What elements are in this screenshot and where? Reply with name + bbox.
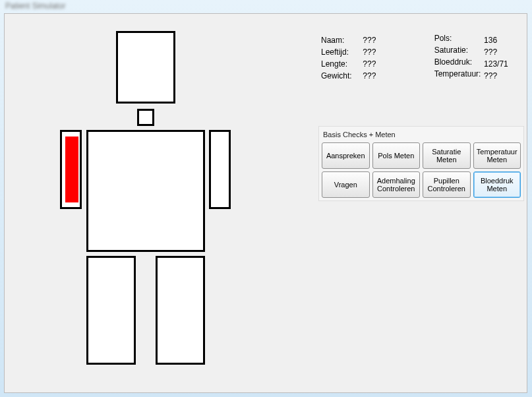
aanspreken-button[interactable]: Aanspreken [322, 142, 370, 169]
label-gewicht: Gewicht: [321, 71, 361, 80]
label-temperatuur: Temperatuur: [434, 69, 482, 78]
checks-group: Basis Checks + Meten Aanspreken Pols Met… [318, 126, 524, 201]
ademhaling-controleren-button[interactable]: Ademhaling Controleren [372, 171, 421, 198]
checks-row-2: Vragen Ademhaling Controleren Pupillen C… [322, 171, 521, 198]
vragen-button[interactable]: Vragen [322, 171, 370, 198]
value-pols: 136 [484, 36, 517, 45]
temperatuur-meten-button[interactable]: Temperatuur Meten [473, 142, 521, 169]
body-part-neck[interactable] [137, 109, 154, 126]
value-saturatie: ??? [484, 47, 517, 57]
body-figure [60, 31, 258, 381]
body-part-arm-left[interactable] [60, 130, 82, 209]
pupillen-controleren-button[interactable]: Pupillen Controleren [423, 171, 471, 198]
label-naam: Naam: [321, 36, 361, 45]
value-leeftijd: ??? [363, 47, 432, 57]
bloeddruk-meten-button[interactable]: Bloeddruk Meten [473, 171, 521, 198]
label-bloeddruk: Bloeddruk: [434, 57, 482, 67]
patient-info: Naam: ??? Pols: 136 Leeftijd: ??? Satura… [321, 34, 519, 81]
body-part-arm-right[interactable] [209, 130, 231, 209]
main-panel: Naam: ??? Pols: 136 Leeftijd: ??? Satura… [4, 13, 527, 393]
body-part-torso[interactable] [86, 130, 205, 252]
window-title: Patient Simulator [5, 1, 65, 11]
label-leeftijd: Leeftijd: [321, 47, 361, 57]
checks-group-title: Basis Checks + Meten [323, 131, 521, 138]
body-part-arm-left-highlight [65, 137, 78, 202]
value-lengte: ??? [363, 59, 432, 69]
pols-meten-button[interactable]: Pols Meten [372, 142, 421, 169]
body-part-leg-right[interactable] [156, 256, 205, 365]
body-part-leg-left[interactable] [86, 256, 136, 365]
value-gewicht: ??? [363, 71, 432, 80]
label-lengte: Lengte: [321, 59, 361, 69]
value-naam: ??? [363, 36, 432, 45]
window-frame: Patient Simulator Naam: ??? Pols: 136 Le… [0, 0, 532, 397]
value-temperatuur: ??? [484, 71, 517, 80]
label-saturatie: Saturatie: [434, 46, 482, 55]
saturatie-meten-button[interactable]: Saturatie Meten [423, 142, 471, 169]
body-part-head[interactable] [116, 31, 175, 104]
label-pols: Pols: [434, 34, 482, 43]
value-bloeddruk: 123/71 [484, 59, 517, 69]
checks-row-1: Aanspreken Pols Meten Saturatie Meten Te… [322, 142, 521, 169]
